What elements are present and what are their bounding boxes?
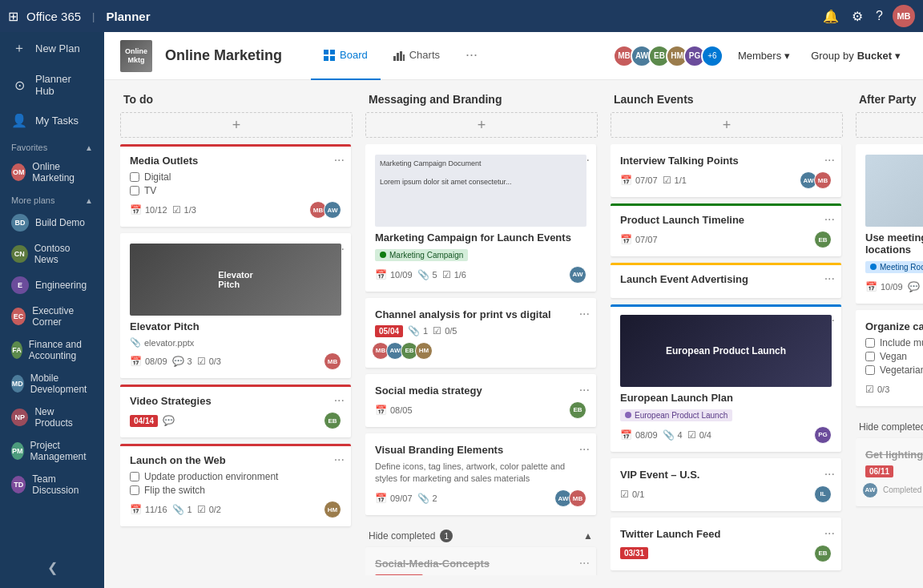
bucket-title: Messaging and Branding <box>369 93 502 106</box>
plan-name-label: Contoso News <box>34 243 93 265</box>
card-european[interactable]: ··· European Product Launch European Lau… <box>611 304 841 452</box>
group-by-button[interactable]: Group by Bucket ▾ <box>804 46 907 65</box>
card-more-btn[interactable]: ··· <box>579 307 590 321</box>
sidebar-item-build-demo[interactable]: BD Build Demo <box>0 208 104 237</box>
card-avatar: AW <box>569 266 586 284</box>
card-advertising[interactable]: ··· Launch Event Advertising <box>611 263 841 298</box>
date-badge: 12/20/2016 <box>375 574 423 575</box>
card-elevator-pitch[interactable]: ··· ElevatorPitch Elevator Pitch 📎 eleva… <box>120 233 351 378</box>
card-avatar: AW <box>324 201 341 219</box>
notifications-icon[interactable]: 🔔 <box>820 6 842 27</box>
bucket-messaging: Messaging and Branding + ··· Marketing C… <box>365 93 598 575</box>
card-more-btn[interactable]: ··· <box>824 467 835 481</box>
members-button[interactable]: Members ▾ <box>732 46 796 65</box>
card-more-btn[interactable]: ··· <box>579 442 590 457</box>
add-card-todo[interactable]: + <box>120 112 353 138</box>
plan-logo: OnlineMktg <box>120 40 152 72</box>
card-vip[interactable]: ··· VIP Event – U.S. ☑ 0/1 IL <box>611 458 841 511</box>
more-plans-section-header[interactable]: More plans ▲ <box>0 189 104 208</box>
person-icon: 👤 <box>11 113 27 128</box>
card-more-btn[interactable]: ··· <box>824 526 835 541</box>
favorites-section-header[interactable]: Favorites ▲ <box>0 136 104 155</box>
help-icon[interactable]: ? <box>873 6 886 26</box>
sidebar-item-engineering[interactable]: E Engineering <box>0 271 104 300</box>
plan-avatar: FA <box>11 341 22 359</box>
planner-hub-item[interactable]: ⊙ Planner Hub <box>0 65 104 105</box>
sidebar-item-project-mgmt[interactable]: PM Project Management <box>0 434 104 468</box>
my-tasks-item[interactable]: 👤 My Tasks <box>0 105 104 136</box>
sidebar-item-new-products[interactable]: NP New Products <box>0 401 104 434</box>
settings-icon[interactable]: ⚙ <box>848 6 866 27</box>
card-media-outlets[interactable]: ··· Media Outlets Digital TV 📅 10/12 ☑ 1… <box>120 144 351 227</box>
add-card-after-party[interactable]: + <box>856 112 923 138</box>
sidebar-item-finance[interactable]: FA Finance and Accounting <box>0 333 104 367</box>
my-tasks-label: My Tasks <box>35 115 79 127</box>
card-launch-web[interactable]: ··· Launch on the Web Update production … <box>120 444 351 526</box>
elevator-image: ElevatorPitch <box>130 244 341 316</box>
meeting-image <box>865 155 923 227</box>
new-plan-label: New Plan <box>35 42 80 54</box>
plan-avatar: TD <box>11 476 26 493</box>
plan-avatar: CN <box>11 245 28 263</box>
card-twitter[interactable]: ··· Twitter Launch Feed 03/31 EB <box>611 518 841 570</box>
card-more-btn[interactable]: ··· <box>579 383 590 397</box>
card-avatar: EB <box>324 412 341 429</box>
add-card-messaging[interactable]: + <box>365 112 598 138</box>
doc-image: Marketing Campaign DocumentLorem ipsum d… <box>375 155 586 227</box>
bucket-title: Launch Events <box>614 93 694 106</box>
card-more-btn[interactable]: ··· <box>824 153 835 167</box>
home-icon: ⊙ <box>11 78 27 93</box>
card-catering[interactable]: ··· Organize catering Include multiple o… <box>856 310 923 406</box>
add-card-launch[interactable]: + <box>611 112 843 138</box>
svg-rect-7 <box>403 54 405 61</box>
card-more-btn[interactable]: ··· <box>824 272 835 286</box>
card-avatar: AW <box>862 482 878 498</box>
completed-card-lighting[interactable]: ··· Get lighting and music equipment 06/… <box>856 438 923 506</box>
plan-name-label: Finance and Accounting <box>29 339 93 361</box>
completed-card-social-concepts[interactable]: ··· Social-Media-Concepts 12/20/2016 IL … <box>365 547 596 575</box>
main-content: OnlineMktg Online Marketing Board Charts… <box>104 32 923 588</box>
user-avatar[interactable]: MB <box>893 5 915 27</box>
plus-icon: ＋ <box>11 40 27 57</box>
card-more-btn[interactable]: ··· <box>334 453 345 467</box>
card-more-btn[interactable]: ··· <box>824 212 835 227</box>
bucket-title: To do <box>123 93 153 106</box>
svg-rect-1 <box>330 50 335 54</box>
plan-avatar: PM <box>11 442 24 460</box>
new-plan-item[interactable]: ＋ New Plan <box>0 32 104 65</box>
plan-avatar: BD <box>11 214 29 232</box>
card-more-btn[interactable]: ··· <box>334 153 345 167</box>
plan-avatar: OM <box>11 163 26 181</box>
hide-completed-messaging: Hide completed 1 ▲ ··· Social-Media-Conc… <box>365 525 596 575</box>
sidebar-item-mobile[interactable]: MD Mobile Development <box>0 367 104 401</box>
plan-avatar: E <box>11 276 29 294</box>
waffle-icon[interactable]: ⊞ <box>8 9 18 24</box>
card-marketing-campaign[interactable]: ··· Marketing Campaign DocumentLorem ips… <box>365 144 596 292</box>
card-more-btn[interactable]: ··· <box>334 393 345 408</box>
tag-label: Marketing Campaign <box>375 249 468 261</box>
card-channel-analysis[interactable]: ··· Channel analysis for print vs digita… <box>365 298 596 368</box>
more-options-btn[interactable]: ··· <box>453 32 490 80</box>
card-social-media[interactable]: ··· Social media strategy 📅 08/05 EB <box>365 374 596 427</box>
sidebar-collapse-btn[interactable]: ❮ <box>47 560 58 575</box>
card-meeting-room[interactable]: ··· Use meeting room 23 for <box>856 144 923 304</box>
favorites-label: Favorites <box>11 143 47 152</box>
card-visual-branding[interactable]: ··· Visual Branding Elements Define icon… <box>365 433 596 516</box>
card-product-timeline[interactable]: ··· Product Launch Timeline 📅 07/07 EB <box>611 203 841 256</box>
tab-board[interactable]: Board <box>311 32 381 80</box>
bucket-cards-launch: ··· Interview Talking Points 📅 07/07 ☑ 1… <box>611 144 843 575</box>
more-plans-collapse: ▲ <box>85 196 93 205</box>
sidebar-item-contoso[interactable]: CN Contoso News <box>0 237 104 271</box>
sidebar-item-executive[interactable]: EC Executive Corner <box>0 300 104 333</box>
sidebar-item-team[interactable]: TD Team Discussion <box>0 468 104 501</box>
card-video-strategies[interactable]: ··· Video Strategies 04/14 💬 EB <box>120 385 351 437</box>
svg-rect-2 <box>324 56 328 61</box>
card-interview[interactable]: ··· Interview Talking Points 📅 07/07 ☑ 1… <box>611 144 841 197</box>
board-area: To do + ··· Media Outlets Digital TV 📅 1… <box>104 80 923 588</box>
card-more-btn[interactable]: ··· <box>579 556 590 570</box>
tab-charts[interactable]: Charts <box>381 32 453 80</box>
sidebar-item-online-marketing[interactable]: OM Online Marketing <box>0 155 104 189</box>
plan-name-label: Project Management <box>30 440 93 462</box>
plan-name-label: Team Discussion <box>32 473 93 496</box>
bucket-title: After Party <box>859 93 917 106</box>
